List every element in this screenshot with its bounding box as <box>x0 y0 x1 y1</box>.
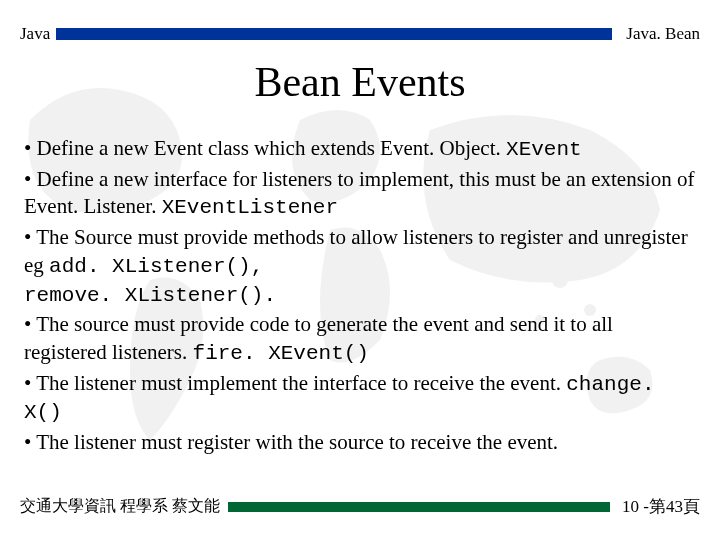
body-text: • Define a new Event class which extends… <box>24 135 696 459</box>
bullet-2-text: • Define a new interface for listeners t… <box>24 167 694 219</box>
bullet-5-text: • The listener must implement the interf… <box>24 371 566 395</box>
bullet-1-text: • Define a new Event class which extends… <box>24 136 506 160</box>
bullet-3-code2: remove. XListener(). <box>24 284 276 307</box>
footer-left-text: 交通大學資訊 程學系 蔡文能 <box>20 496 220 517</box>
bullet-4: • The source must provide code to genera… <box>24 311 696 367</box>
bullet-3: • The Source must provide methods to all… <box>24 224 696 309</box>
header-bar-row: Java Java. Bean <box>20 24 700 44</box>
bullet-4-code: fire. XEvent() <box>193 342 369 365</box>
header-right-text: Java. Bean <box>626 24 700 44</box>
bullet-3-code1: add. XListener(), <box>49 255 263 278</box>
header-left-text: Java <box>20 24 50 44</box>
header-color-bar <box>56 28 612 40</box>
footer-page-number: 10 -第43頁 <box>622 495 700 518</box>
bullet-2-code: XEventListener <box>162 196 338 219</box>
footer-color-bar <box>228 502 610 512</box>
page-title: Bean Events <box>0 58 720 106</box>
bullet-1: • Define a new Event class which extends… <box>24 135 696 164</box>
footer-bar-row: 交通大學資訊 程學系 蔡文能 10 -第43頁 <box>20 495 700 518</box>
bullet-5: • The listener must implement the interf… <box>24 370 696 427</box>
bullet-2: • Define a new interface for listeners t… <box>24 166 696 222</box>
bullet-6: • The listener must register with the so… <box>24 429 696 457</box>
bullet-1-code: XEvent <box>506 138 582 161</box>
